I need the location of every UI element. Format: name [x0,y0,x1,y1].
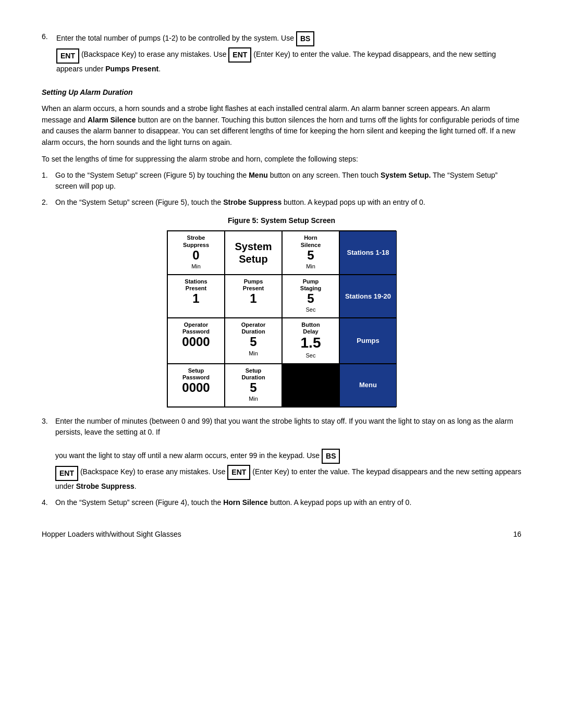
grid-r2c3: PumpStaging 5 Sec [282,275,339,318]
step-4-content: On the “System Setup” screen (Figure 4),… [55,497,411,508]
grid-r2c1: StationsPresent 1 [167,275,225,318]
step-2-num: 2. [42,197,51,208]
grid-r3c4-label: Pumps [357,337,379,345]
grid-r3c2-value: 5 [229,335,277,349]
grid-r3c1: OperatorPassword 0000 [167,318,225,364]
step-1: 1. Go to the “System Setup” screen (Figu… [42,170,521,192]
grid-r2c2: PumpsPresent 1 [225,275,282,318]
item-6-text-middle: (Backspace Key) to erase any mistakes. U… [81,50,227,58]
item-6-content: Enter the total number of pumps (1-2) to… [56,31,521,75]
grid-r3c3: ButtonDelay 1.5 Sec [282,318,339,364]
step-4: 4. On the “System Setup” screen (Figure … [42,497,521,508]
item-6-text-before: Enter the total number of pumps (1-2) to… [56,34,294,42]
grid-r4c4[interactable]: Menu [339,364,397,407]
grid-r1c1: StrobeSuppress 0 Min [167,231,225,274]
footer-left: Hopper Loaders with/without Sight Glasse… [42,529,181,540]
section-para1: When an alarm occurs, a horn sounds and … [42,103,521,149]
grid-r3c2: OperatorDuration 5 Min [225,318,282,364]
step-3: 3. Enter the number of minutes (between … [42,416,521,492]
step-4-num: 4. [42,497,51,508]
grid-r2c2-label: PumpsPresent [229,278,277,292]
grid-r3c2-label: OperatorDuration [229,322,277,335]
grid-r2c4-label: Stations 19-20 [345,292,391,301]
grid-r4c2: SetupDuration 5 Min [225,364,282,407]
ent-key-1b: ENT [228,47,251,63]
step-2: 2. On the “System Setup” screen (Figure … [42,197,521,208]
step-1-content: Go to the “System Setup” screen (Figure … [55,170,521,192]
grid-r2c3-value: 5 [287,292,335,305]
figure-caption: Figure 5: System Setup Screen [42,215,521,226]
grid-r2c3-label: PumpStaging [287,278,335,292]
grid-r4c1-label: SetupPassword [172,367,220,381]
intro-item-6: 6. Enter the total number of pumps (1-2)… [42,31,521,75]
grid-r1c2-label: SystemSetup [235,240,272,265]
system-setup-grid: StrobeSuppress 0 Min SystemSetup HornSil… [167,230,396,407]
item-6-num: 6. [42,31,52,75]
grid-r4c1-value: 0000 [172,381,220,394]
grid-r1c3: HornSilence 5 Min [282,231,339,274]
step-3-num: 3. [42,416,51,492]
item-6-bold: Pumps Present [105,65,158,73]
page-footer: Hopper Loaders with/without Sight Glasse… [42,529,521,540]
grid-r4c1: SetupPassword 0000 [167,364,225,407]
step-2-content: On the “System Setup” screen (Figure 5),… [55,197,425,208]
content-area: 6. Enter the total number of pumps (1-2)… [42,31,521,540]
grid-r4c3 [282,364,339,407]
grid-r1c4-label: Stations 1-18 [347,249,389,257]
grid-r2c3-unit: Sec [287,305,335,314]
grid-r2c4[interactable]: Stations 19-20 [339,275,397,318]
ent-key-2b: ENT [227,465,250,480]
section-heading: Setting Up Alarm Duration [42,87,521,98]
ent-key-1: ENT [56,48,79,64]
bs-key-1: BS [296,31,314,46]
grid-r1c4[interactable]: Stations 1-18 [339,231,397,274]
grid-r1c1-label: StrobeSuppress [172,235,220,248]
grid-r4c2-value: 5 [229,381,277,394]
grid-r1c3-value: 5 [287,249,335,262]
grid-r2c2-value: 1 [229,292,277,305]
grid-r3c3-unit: Sec [287,351,335,360]
grid-r3c3-value: 1.5 [287,335,335,351]
grid-r3c3-label: ButtonDelay [287,322,335,335]
bs-key-2: BS [322,449,340,464]
grid-r1c3-unit: Min [287,262,335,271]
grid-r4c4-label: Menu [359,381,377,389]
grid-r3c2-unit: Min [229,349,277,358]
grid-r3c1-value: 0000 [172,335,220,349]
grid-r3c1-label: OperatorPassword [172,322,220,335]
grid-r1c1-value: 0 [172,249,220,262]
section-para2: To set the lengths of time for suppressi… [42,154,521,165]
step-1-num: 1. [42,170,51,192]
grid-r1c2: SystemSetup [225,231,282,274]
footer-right: 16 [513,529,521,540]
grid-r1c1-unit: Min [172,262,220,271]
grid-r1c3-label: HornSilence [287,235,335,248]
grid-r2c1-value: 1 [172,292,220,305]
grid-r2c1-label: StationsPresent [172,278,220,292]
grid-r3c4[interactable]: Pumps [339,318,397,364]
step-3-content: Enter the number of minutes (between 0 a… [55,416,521,492]
grid-r4c2-label: SetupDuration [229,367,277,381]
ent-key-2: ENT [55,466,78,481]
grid-r4c2-unit: Min [229,394,277,403]
